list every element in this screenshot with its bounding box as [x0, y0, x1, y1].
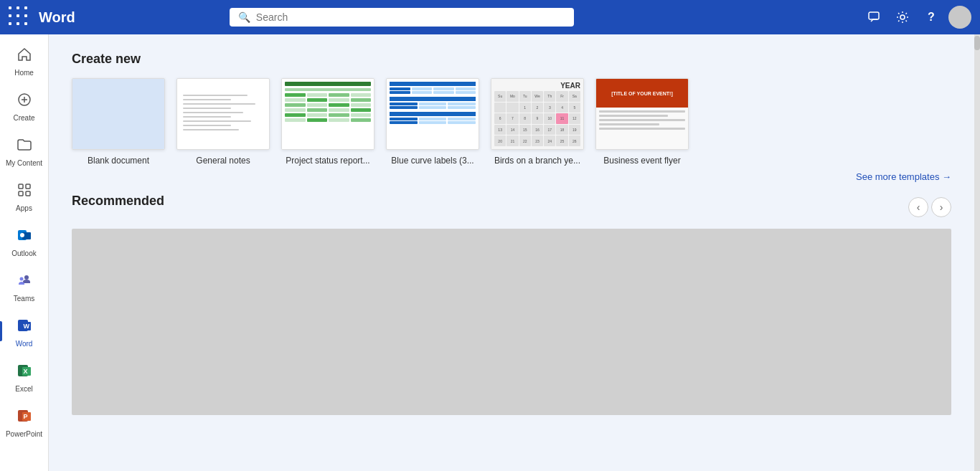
help-icon[interactable]: ? — [920, 6, 943, 29]
see-more-link[interactable]: See more templates → — [856, 171, 951, 182]
topbar-actions: ? — [862, 6, 971, 29]
settings-icon[interactable] — [891, 6, 914, 29]
svg-rect-8 — [26, 191, 30, 196]
sidebar-label-excel: Excel — [15, 385, 32, 393]
sidebar-label-powerpoint: PowerPoint — [6, 430, 42, 438]
search-bar[interactable]: 🔍 — [230, 8, 574, 27]
svg-point-12 — [24, 275, 29, 280]
sidebar-label-apps: Apps — [16, 204, 32, 212]
sidebar-label-create: Create — [13, 114, 34, 122]
template-thumb-project — [281, 78, 374, 150]
project-preview — [282, 79, 374, 149]
sidebar-label-mycontent: My Content — [6, 159, 42, 167]
bizevent-preview: [TITLE OF YOUR EVENT!] — [596, 79, 688, 149]
sidebar-label-outlook: Outlook — [11, 249, 36, 257]
template-thumb-birds: YEAR SuMoTuWeThFrSa 12345 6789101112 131… — [491, 78, 584, 150]
svg-text:W: W — [23, 323, 29, 330]
template-thumb-bluecurve — [386, 78, 479, 150]
svg-text:P: P — [23, 413, 27, 420]
scrollbar[interactable] — [974, 34, 980, 471]
folder-icon — [13, 133, 36, 156]
teams-icon — [13, 269, 36, 292]
sidebar-item-word[interactable]: W Word — [0, 308, 48, 353]
recommended-section: Recommended ‹ › — [72, 194, 951, 415]
template-bluecurve[interactable]: Blue curve labels (3... — [386, 78, 479, 166]
outlook-icon — [13, 224, 36, 247]
app-logo: Word — [39, 9, 75, 26]
excel-icon: X — [13, 359, 36, 382]
recommended-title: Recommended — [72, 194, 164, 209]
templates-row: Blank document — [72, 78, 951, 166]
sidebar-item-mycontent[interactable]: My Content — [0, 128, 48, 173]
template-label-bluecurve: Blue curve labels (3... — [391, 156, 473, 166]
template-project[interactable]: Project status report... — [281, 78, 374, 166]
template-bizevent[interactable]: [TITLE OF YOUR EVENT!] Business event fl… — [595, 78, 689, 166]
feedback-icon[interactable] — [862, 6, 885, 29]
apps-grid-icon[interactable] — [9, 6, 30, 28]
template-thumb-bizevent: [TITLE OF YOUR EVENT!] — [595, 78, 689, 150]
sidebar-item-teams[interactable]: Teams — [0, 263, 48, 308]
recommended-content — [72, 229, 951, 415]
bluecurve-preview — [387, 79, 479, 149]
main-layout: Home Create My Content — [0, 34, 980, 471]
template-thumb-blank — [72, 78, 165, 150]
powerpoint-icon: P — [13, 404, 36, 427]
svg-text:X: X — [23, 368, 27, 375]
notes-preview — [177, 89, 269, 139]
svg-point-13 — [19, 277, 23, 281]
search-icon: 🔍 — [238, 11, 250, 23]
scrollbar-thumb[interactable] — [974, 36, 980, 50]
active-indicator — [0, 321, 2, 341]
template-label-birds: Birds on a branch ye... — [494, 156, 580, 166]
create-new-title: Create new — [72, 52, 951, 67]
nav-next-button[interactable]: › — [931, 197, 951, 217]
svg-rect-7 — [19, 191, 23, 196]
svg-rect-5 — [19, 184, 23, 189]
see-more-container: See more templates → — [72, 171, 951, 182]
sidebar: Home Create My Content — [0, 34, 49, 471]
blank-thumb — [72, 79, 164, 149]
nav-arrows: ‹ › — [908, 197, 951, 217]
svg-point-1 — [900, 15, 905, 19]
content-area: Create new Blank document — [49, 34, 974, 471]
topbar: Word 🔍 ? — [0, 0, 980, 34]
avatar[interactable] — [948, 6, 971, 29]
home-icon — [13, 43, 36, 66]
search-input[interactable] — [256, 11, 565, 23]
template-notes[interactable]: General notes — [176, 78, 270, 166]
svg-rect-6 — [26, 184, 30, 189]
see-more-text: See more templates → — [856, 171, 951, 182]
word-icon: W — [13, 314, 36, 337]
apps-icon — [13, 179, 36, 201]
svg-point-11 — [20, 233, 24, 237]
template-label-bizevent: Business event flyer — [603, 156, 680, 166]
sidebar-item-excel[interactable]: X Excel — [0, 353, 48, 399]
sidebar-item-home[interactable]: Home — [0, 37, 48, 82]
sidebar-item-create[interactable]: Create — [0, 82, 48, 128]
sidebar-label-home: Home — [14, 69, 34, 77]
recommended-header: Recommended ‹ › — [72, 194, 951, 220]
sidebar-item-apps[interactable]: Apps — [0, 173, 48, 218]
sidebar-label-word: Word — [16, 340, 33, 348]
sidebar-item-outlook[interactable]: Outlook — [0, 218, 48, 263]
template-thumb-notes — [176, 78, 270, 150]
template-label-notes: General notes — [196, 156, 250, 166]
template-blank[interactable]: Blank document — [72, 78, 165, 166]
birds-preview: YEAR SuMoTuWeThFrSa 12345 6789101112 131… — [491, 79, 583, 149]
sidebar-item-powerpoint[interactable]: P PowerPoint — [0, 399, 48, 444]
nav-prev-button[interactable]: ‹ — [908, 197, 928, 217]
template-birds[interactable]: YEAR SuMoTuWeThFrSa 12345 6789101112 131… — [491, 78, 584, 166]
template-label-blank: Blank document — [88, 156, 149, 166]
sidebar-label-teams: Teams — [14, 295, 34, 303]
svg-rect-0 — [869, 12, 879, 19]
template-label-project: Project status report... — [286, 156, 369, 166]
create-icon — [13, 88, 36, 111]
